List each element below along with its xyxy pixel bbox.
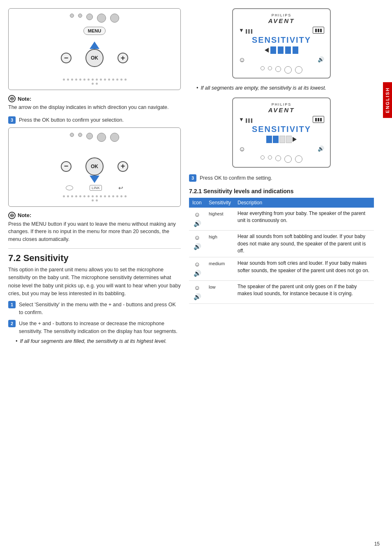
philips-dots-row xyxy=(239,66,324,74)
step3a-num: 3 xyxy=(8,116,16,124)
bullet1-dot: • xyxy=(16,338,17,344)
p-seg4 xyxy=(286,136,292,143)
sensitivity-section-title: 7.2 Sensitivity xyxy=(8,248,181,264)
signal-dots: ▐▐▐ xyxy=(244,29,252,33)
menu-button[interactable]: MENU xyxy=(83,27,106,35)
ok-button2[interactable]: OK xyxy=(85,157,104,176)
page-number: 15 xyxy=(374,541,380,547)
dot5 xyxy=(110,14,119,23)
minus-button2[interactable]: − xyxy=(61,161,71,172)
th-description: Description xyxy=(234,198,374,208)
philips-device-full-bar: PHILIPS AVENT ▼ ▐▐▐ ▮▮▮ SENSITIVITY xyxy=(232,8,331,79)
note1-icon: ⊖ xyxy=(8,95,16,102)
table-row-high: ☺🔊 high Hear all sounds from soft babbli… xyxy=(189,231,374,257)
pd2 xyxy=(268,66,272,70)
device-link-row: LINK ↩ xyxy=(66,185,123,191)
philips-logo2: PHILIPS xyxy=(239,102,324,106)
bullet2-dot: • xyxy=(196,85,198,91)
device-bottom-dots2 xyxy=(62,195,127,201)
link-button[interactable]: LINK xyxy=(90,185,102,191)
level-medium: medium xyxy=(205,257,234,281)
p-seg1 xyxy=(266,136,272,143)
sdot14 xyxy=(116,79,118,81)
icon-medium: ☺🔊 xyxy=(194,261,201,277)
device-buttons-row: MENU xyxy=(83,27,106,35)
m-sdot15 xyxy=(120,195,122,197)
icon-col-high: ☺🔊 xyxy=(189,231,205,257)
arrow-left-icon xyxy=(265,48,269,53)
pd5b xyxy=(295,155,302,163)
plus-button2[interactable]: + xyxy=(118,161,128,172)
sdot9 xyxy=(96,79,98,81)
philips-status-row: ▼ ▐▐▐ ▮▮▮ xyxy=(239,27,324,34)
level-high: high xyxy=(205,231,234,257)
device-diagram-middle-left: − OK + LINK ↩ xyxy=(8,127,181,207)
sdot5 xyxy=(79,79,81,81)
p-seg2 xyxy=(273,136,279,143)
philips-logo: PHILIPS xyxy=(239,13,324,17)
signal-down2: ▼ xyxy=(239,116,244,123)
minus-button[interactable]: − xyxy=(61,53,71,63)
m-sdot1 xyxy=(63,195,65,197)
icon-col-highest: ☺🔊 xyxy=(189,208,205,231)
sensitivity-label: SENSITIVITY xyxy=(239,35,324,45)
step2: 2 Use the + and - buttons to increase or… xyxy=(8,320,181,335)
ok-button[interactable]: OK xyxy=(85,49,104,67)
arrow-right-icon xyxy=(293,137,297,142)
dot1 xyxy=(70,14,74,18)
step2-num: 2 xyxy=(8,320,16,327)
seg1 xyxy=(270,46,276,54)
icon-low: ☺🔊 xyxy=(194,284,201,300)
sensitivity-description: This option in the parent unit menu allo… xyxy=(8,266,181,298)
sdot8 xyxy=(92,79,94,81)
step3b-num: 3 xyxy=(189,174,196,182)
m-sdot16 xyxy=(125,195,127,197)
step3b: 3 Press OK to confirm the setting. xyxy=(189,174,374,182)
m-dot4 xyxy=(97,133,106,142)
note1-text: The arrow on the display indicates in wh… xyxy=(8,104,181,111)
sensitivity-table: Icon Sensitivity Description ☺🔊 highest … xyxy=(189,198,374,304)
right-col-top: PHILIPS AVENT ▼ ▐▐▐ ▮▮▮ SENSITIVITY xyxy=(189,8,374,346)
speaker-icon: 🔊 xyxy=(318,56,324,64)
note2-title: ⊖ Note: xyxy=(8,212,181,219)
th-sensitivity: Sensitivity xyxy=(205,198,234,208)
icon-high: ☺🔊 xyxy=(194,234,201,250)
step1-text: Select 'Sensitivity' in the menu with th… xyxy=(19,301,181,317)
pd3b xyxy=(275,155,281,161)
device-top-dots xyxy=(70,14,119,23)
note1-title: ⊖ Note: xyxy=(8,95,181,102)
dot3 xyxy=(86,14,93,20)
seg3 xyxy=(285,46,291,54)
m-sdot4 xyxy=(75,195,77,197)
m-sdot6 xyxy=(83,195,85,197)
m-sdot3 xyxy=(71,195,73,197)
step3a: 3 Press the OK button to confirm your se… xyxy=(8,116,181,124)
desc-medium: Hear sounds from soft cries and louder. … xyxy=(234,257,374,281)
sdot17 xyxy=(92,83,94,85)
battery-icon2: ▮▮▮ xyxy=(313,116,324,123)
subsection-title: 7.2.1 Sensitivity levels and indications xyxy=(189,188,374,194)
m-sdot5 xyxy=(79,195,81,197)
sdot4 xyxy=(75,79,77,81)
sdot10 xyxy=(100,79,102,81)
arrow-up-icon xyxy=(90,42,99,49)
sdot12 xyxy=(108,79,110,81)
note2-icon: ⊖ xyxy=(8,212,16,219)
signal-dots2: ▐▐▐ xyxy=(244,118,252,123)
battery-icon: ▮▮▮ xyxy=(313,27,324,34)
smiley-icon: ☺ xyxy=(239,56,245,64)
plus-button[interactable]: + xyxy=(118,53,128,63)
note1-label: Note: xyxy=(18,96,31,102)
m-sdot10 xyxy=(100,195,102,197)
note2-box: ⊖ Note: Press the MENU button if you wan… xyxy=(8,212,181,243)
pd3 xyxy=(275,66,281,72)
signal-down: ▼ xyxy=(239,27,244,33)
smiley-icon2: ☺ xyxy=(239,146,245,153)
step1-num: 1 xyxy=(8,301,16,308)
seg2 xyxy=(278,46,284,54)
pd4b xyxy=(284,155,292,163)
philips-bottom-row2: ☺ 🔊 xyxy=(239,146,324,153)
m-sdot12 xyxy=(108,195,110,197)
philips-status-row2: ▼ ▐▐▐ ▮▮▮ xyxy=(239,116,324,123)
p-seg3 xyxy=(279,136,285,143)
